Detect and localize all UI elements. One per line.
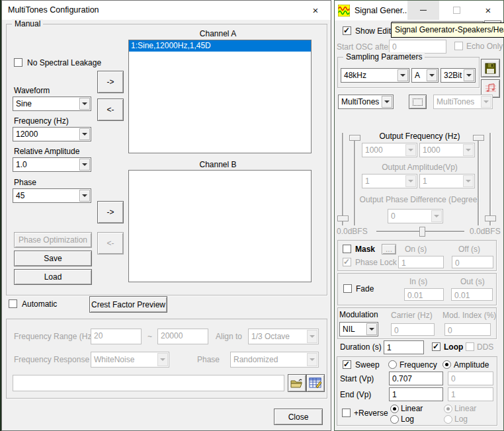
start-vp-b-field[interactable]: 0 [448, 372, 493, 385]
sweep-b-log-radio[interactable] [444, 415, 452, 424]
sweep-amplitude-radio[interactable] [442, 360, 451, 369]
remove-from-channel-a-button[interactable]: <- [97, 98, 124, 121]
frequency-slider-b-thumb[interactable] [473, 135, 484, 141]
remove-from-channel-b-button[interactable]: <- [97, 232, 124, 255]
file-path-field[interactable] [13, 375, 284, 391]
sampling-bits-value: 32Bit [444, 71, 462, 80]
chevron-down-icon [431, 210, 442, 222]
sampling-bits-combo[interactable]: 32Bit [441, 68, 476, 83]
frequency-response-label: Frequency Response [14, 355, 89, 364]
channel-b-label: Channel B [126, 160, 310, 169]
table-edit-icon [309, 377, 322, 389]
reverse-checkbox[interactable] [342, 409, 351, 417]
sweep-frequency-radio[interactable] [388, 360, 397, 369]
frequency-slider-a-thumb[interactable] [349, 135, 360, 141]
sweep-checkbox[interactable]: ✓ [343, 360, 351, 369]
output-amplitude-b-combo[interactable]: 1 [419, 174, 475, 188]
start-osc-field[interactable]: 0 [389, 40, 446, 54]
dds-label: DDS [477, 342, 493, 352]
fade-checkbox[interactable] [343, 284, 352, 293]
end-vp-field[interactable]: 1 [389, 387, 443, 401]
align-to-combo[interactable]: 1/3 Octave [248, 329, 319, 344]
check-icon: ✓ [343, 257, 350, 266]
output-phase-combo[interactable]: 0 [388, 209, 443, 223]
move-to-channel-a-button[interactable]: -> [97, 71, 124, 93]
chevron-down-icon [405, 144, 416, 156]
channel-a-listbox[interactable]: 1:Sine,12000Hz,1,45D [128, 40, 312, 153]
balance-slider-thumb[interactable] [419, 227, 425, 237]
show-editor-checkbox[interactable]: ✓ [343, 26, 351, 35]
frequency-range-to-field[interactable]: 20000 [157, 329, 208, 344]
output-phase-label: Output Phase Difference (Degree) [351, 195, 488, 204]
output-frequency-b-value: 1000 [423, 145, 441, 155]
save-button[interactable]: Save [14, 251, 92, 266]
frequency-slider-b-track [478, 135, 479, 225]
close-button[interactable]: × [300, 1, 331, 20]
edit-table-button[interactable] [306, 374, 325, 392]
chevron-down-icon [463, 175, 474, 187]
sampling-rate-combo[interactable]: 48kHz [341, 68, 409, 83]
wave-options-button[interactable] [409, 95, 427, 109]
sweep-b-linear-radio[interactable] [444, 405, 452, 413]
echo-only-checkbox[interactable] [454, 42, 463, 50]
close-button[interactable]: × [472, 1, 504, 20]
sampling-parameters-label: Sampling Parameters [343, 52, 425, 61]
close-dialog-button[interactable]: Close [274, 409, 323, 425]
fade-in-field[interactable]: 0.01 [404, 288, 444, 301]
end-vp-b-field[interactable]: 1 [448, 387, 493, 401]
check-icon: ✓ [343, 26, 350, 35]
amplitude-slider-a-thumb[interactable] [337, 216, 349, 221]
chevron-down-icon [464, 69, 474, 81]
save-signal-button[interactable] [481, 59, 500, 77]
start-vp-field[interactable]: 0.707 [389, 372, 443, 385]
modulation-label: Modulation [339, 310, 378, 319]
fade-out-field[interactable]: 0.01 [451, 288, 493, 301]
load-button[interactable]: Load [14, 269, 92, 285]
mask-options-button[interactable]: ... [382, 244, 396, 255]
mod-index-field[interactable]: 0 [444, 323, 491, 336]
modulation-combo[interactable]: NIL [339, 322, 378, 336]
output-frequency-b-combo[interactable]: 1000 [419, 143, 475, 157]
output-frequency-a-combo[interactable]: 1000 [362, 143, 417, 157]
amplitude-slider-b-thumb[interactable] [485, 216, 496, 221]
duration-field[interactable]: 1 [384, 340, 424, 354]
move-to-channel-b-button[interactable]: -> [97, 201, 124, 223]
waveform-label: Waveform [14, 86, 50, 95]
mask-off-field[interactable]: 0 [452, 256, 493, 268]
frequency-range-from-field[interactable]: 20 [91, 329, 142, 344]
output-amplitude-a-combo[interactable]: 1 [362, 174, 417, 188]
sampling-channel-combo[interactable]: A [411, 68, 439, 83]
carrier-field[interactable]: 0 [391, 323, 435, 336]
relative-amplitude-combo[interactable]: 1.0 [13, 157, 91, 172]
sweep-log-radio[interactable] [390, 415, 399, 424]
maximize-button[interactable] [441, 1, 472, 20]
dds-checkbox[interactable] [466, 342, 474, 351]
sweep-linear-radio[interactable] [390, 405, 399, 413]
automatic-label: Automatic [22, 299, 57, 309]
crest-factor-preview-button[interactable]: Crest Factor Preview [89, 296, 167, 313]
phase-lock-checkbox[interactable]: ✓ [343, 258, 351, 266]
wave-type-combo[interactable]: MultiTones [338, 95, 394, 109]
auto-phase-combo[interactable]: Randomized [230, 352, 319, 368]
frequency-combo[interactable]: 12000 [13, 127, 91, 141]
loop-checkbox[interactable]: ✓ [432, 342, 441, 351]
phase-combo[interactable]: 45 [13, 188, 91, 203]
list-item[interactable]: 1:Sine,12000Hz,1,45D [129, 40, 311, 52]
mask-on-field[interactable]: 1 [398, 256, 444, 268]
minimize-button[interactable] [407, 1, 439, 20]
fade-in-label: In (s) [409, 277, 427, 286]
no-spectral-leakage-label: No Spectral Leakage [27, 58, 101, 67]
carrier-label: Carrier (Hz) [391, 311, 433, 320]
wave-type-b-combo[interactable]: MultiTones [433, 95, 493, 109]
no-spectral-leakage-checkbox[interactable] [14, 58, 22, 67]
relative-amplitude-label: Relative Amplitude [14, 147, 79, 156]
open-file-button[interactable] [288, 374, 306, 392]
channel-b-listbox[interactable] [128, 170, 312, 282]
mask-checkbox[interactable] [343, 245, 351, 253]
amplitude-slider-a-track [342, 133, 343, 225]
phase-optimization-button[interactable]: Phase Optimization [14, 232, 92, 248]
channel-a-label: Channel A [126, 29, 310, 38]
waveform-combo[interactable]: Sine [13, 97, 91, 111]
automatic-checkbox[interactable] [9, 299, 17, 308]
frequency-response-combo[interactable]: WhiteNoise [91, 352, 169, 368]
